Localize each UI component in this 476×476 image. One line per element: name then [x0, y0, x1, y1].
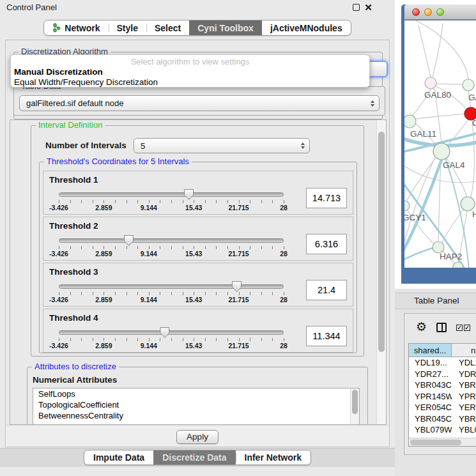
label-hap2: HAP2 — [440, 252, 462, 261]
threshold-2-label: Threshold 2 — [49, 221, 98, 231]
slider-track[interactable] — [59, 330, 284, 335]
list-item-selfloops[interactable]: SelfLoops — [33, 388, 359, 399]
spinner-arrows-icon — [371, 100, 374, 107]
label-gal80: GAL80 — [424, 90, 451, 100]
cyni-toolbox-panel: Discretization Algorithm Select algorith… — [5, 40, 390, 447]
threshold-1-row: Threshold 1 -3.4262.8599.14415.4321.7152… — [43, 171, 353, 215]
table-row[interactable]: YDR27...YDR2 — [409, 369, 476, 380]
node-gal11[interactable] — [404, 115, 416, 128]
table-row[interactable]: YDL19...YDL1 — [409, 357, 476, 369]
list-item-topologicalcoefficient[interactable]: TopologicalCoefficient — [33, 399, 359, 410]
float-window-icon[interactable] — [353, 4, 360, 11]
slider-thumb[interactable] — [184, 189, 194, 200]
top-tabbar-group: Network Style Select Cyni Toolbox jActiv… — [43, 20, 351, 36]
attributes-group: Attributes to discretize Numerical Attri… — [27, 367, 368, 425]
table-horizontal-scrollbar[interactable] — [409, 438, 476, 446]
numerical-attributes-list: SelfLoops TopologicalCoefficient Between… — [33, 388, 360, 425]
cell: YDR2 — [452, 369, 476, 379]
gear-icon[interactable]: ⚙ — [416, 319, 427, 334]
threshold-4-slider: -3.4262.8599.14415.4321.71528 — [59, 328, 284, 351]
table-panel: ⚙ ✓ ✓ shared... name YDL19...YDL1 YDR27.… — [404, 313, 476, 455]
close-icon[interactable]: ✕ — [364, 3, 373, 12]
algorithm-option-equal-width[interactable]: Equal Width/Frequency Discretization — [11, 77, 369, 88]
table-header-row: shared... name — [409, 344, 476, 357]
cell: YER0 — [452, 403, 476, 412]
column-header-shared[interactable]: shared... — [409, 344, 452, 357]
table-data-combobox[interactable]: galFiltered.sif default node — [19, 95, 380, 111]
cell: YBR0 — [452, 380, 476, 390]
apply-button[interactable]: Apply — [176, 430, 219, 444]
table-data-value: galFiltered.sif default node — [26, 98, 123, 108]
minimize-traffic-light-button[interactable] — [424, 8, 432, 16]
cell: YBR043C — [409, 380, 452, 390]
table-row[interactable]: YER054CYER0 — [409, 402, 476, 413]
control-panel-title: Control Panel — [6, 3, 57, 12]
table-row[interactable]: YBL079WYBL0 — [409, 424, 476, 436]
tab-style[interactable]: Style — [109, 20, 146, 35]
algorithm-option-manual[interactable]: Manual Discretization — [11, 67, 369, 77]
bottom-tabbar-group: Impute Data Discretize Data Infer Networ… — [84, 450, 311, 465]
tab-select[interactable]: Select — [146, 20, 189, 35]
checkbox-icon[interactable]: ✓ — [456, 325, 463, 331]
tab-impute-data-label: Impute Data — [93, 452, 144, 463]
node-gcy1[interactable] — [404, 201, 410, 211]
label-cut-right-low: H — [472, 210, 476, 219]
slider-track[interactable] — [59, 238, 284, 243]
threshold-3-value-field[interactable]: 21.4 — [306, 280, 347, 300]
numerical-attributes-label: Numerical Attributes — [33, 375, 117, 385]
checkbox-icon[interactable]: ✓ — [464, 325, 470, 331]
list-item-betweennesscentrality[interactable]: BetweennessCentrality — [33, 410, 359, 421]
top-tabbar: Network Style Select Cyni Toolbox jActiv… — [0, 20, 395, 36]
thresholds-group-label: Threshold's Coordinates for 5 Intervals — [44, 157, 192, 166]
apply-strip: Apply — [6, 425, 389, 447]
threshold-4-value-field[interactable]: 11.344 — [306, 326, 347, 346]
threshold-3-label: Threshold 3 — [49, 267, 98, 277]
slider-thumb[interactable] — [232, 281, 242, 292]
table-row[interactable]: YBR045CYBR0 — [409, 413, 476, 425]
attributes-group-label: Attributes to discretize — [32, 362, 119, 371]
network-window-titlebar[interactable] — [404, 4, 476, 20]
node-cut-right[interactable] — [461, 197, 475, 211]
number-of-intervals-combobox[interactable]: 5 — [134, 138, 310, 153]
column-header-name[interactable]: name — [452, 344, 476, 357]
scrollbar-thumb[interactable] — [378, 132, 385, 352]
slider-track[interactable] — [59, 192, 284, 197]
tab-jactivemnodules[interactable]: jActiveMNodules — [262, 20, 351, 35]
threshold-1-label: Threshold 1 — [49, 175, 98, 185]
scrollbar-thumb[interactable] — [410, 440, 461, 445]
zoom-traffic-light-button[interactable] — [436, 8, 444, 16]
table-row[interactable]: YBR043CYBR0 — [409, 380, 476, 391]
slider-track[interactable] — [59, 284, 284, 289]
tab-network[interactable]: Network — [44, 20, 108, 35]
node-cut-top-right[interactable] — [463, 79, 474, 91]
tab-discretize-data[interactable]: Discretize Data — [153, 450, 235, 464]
table-panel-header: Table Panel — [395, 293, 476, 309]
tab-cyni-toolbox[interactable]: Cyni Toolbox — [189, 20, 262, 35]
split-columns-icon[interactable] — [436, 323, 447, 332]
tab-jactivemnodules-label: jActiveMNodules — [270, 23, 342, 33]
settings-vertical-scrollbar[interactable] — [376, 120, 386, 424]
slider-tick-labels: -3.4262.8599.14415.4321.71528 — [59, 250, 284, 257]
threshold-1-slider: -3.4262.8599.14415.4321.71528 — [59, 190, 284, 213]
table-row[interactable]: YPR145WYPR1 — [409, 391, 476, 403]
slider-thumb[interactable] — [160, 327, 169, 338]
tab-impute-data[interactable]: Impute Data — [84, 450, 153, 464]
tab-cyni-toolbox-label: Cyni Toolbox — [197, 23, 254, 33]
node-gal4[interactable] — [433, 143, 450, 160]
threshold-2-row: Threshold 2 -3.4262.8599.14415.4321.7152… — [43, 217, 353, 261]
network-canvas[interactable]: GAL80 GA C GAL11 GAL4 GCY1 H HAP2 — [404, 20, 476, 268]
tab-infer-network[interactable]: Infer Network — [236, 450, 311, 464]
attributes-list-scrollbar[interactable] — [350, 388, 359, 425]
control-panel-window: Control Panel ✕ Network Style Select Cyn… — [0, 0, 395, 476]
cell: YER054C — [409, 403, 452, 412]
cell: YDL1 — [452, 358, 476, 367]
threshold-2-value-field[interactable]: 6.316 — [306, 234, 347, 254]
label-cut-top-right: GA — [468, 93, 476, 102]
node-gal80[interactable] — [425, 77, 436, 89]
threshold-1-value-field[interactable]: 14.713 — [306, 188, 347, 208]
scrollbar-thumb[interactable] — [352, 390, 358, 414]
slider-thumb[interactable] — [124, 235, 134, 246]
slider-tick-labels: -3.4262.8599.14415.4321.71528 — [59, 342, 284, 349]
number-of-intervals-value: 5 — [141, 141, 145, 151]
close-traffic-light-button[interactable] — [412, 8, 420, 16]
